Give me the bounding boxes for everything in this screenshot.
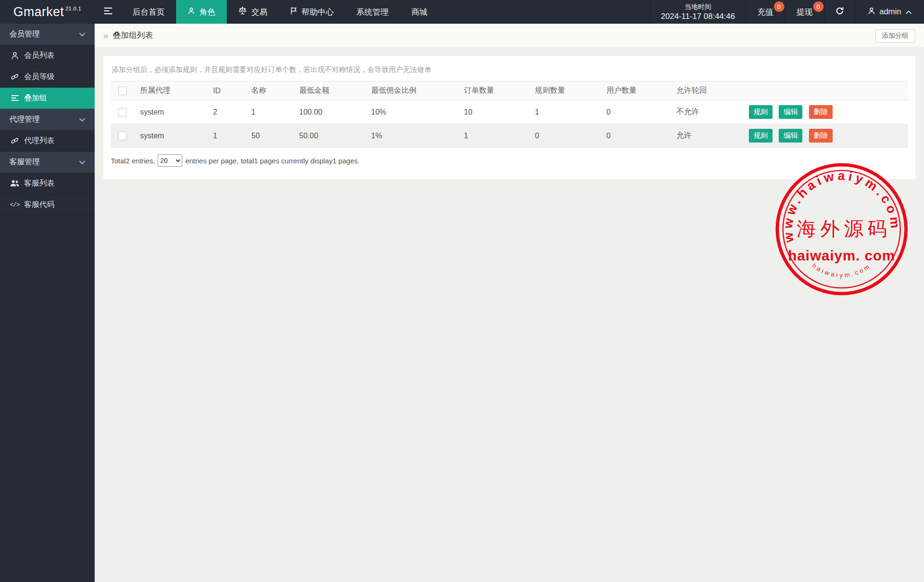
table-row: system 1 50 50.00 1% 1 0 0 允许 规则 编辑 删除 <box>111 124 908 148</box>
delete-button[interactable]: 删除 <box>809 129 833 143</box>
chevron-down-icon <box>79 30 85 38</box>
local-time: 当地时间 2024-11-17 08:44:46 <box>650 0 746 24</box>
flag-icon <box>290 7 297 17</box>
nav-item-dashboard[interactable]: 后台首页 <box>121 0 176 24</box>
person-icon <box>868 7 875 17</box>
pagination-summary: entries per page, total1 pages currently… <box>185 157 360 165</box>
sidebar-group-members[interactable]: 会员管理 <box>0 24 95 45</box>
edit-button[interactable]: 编辑 <box>779 129 802 143</box>
delete-button[interactable]: 删除 <box>809 105 833 119</box>
cell-id: 2 <box>206 100 245 124</box>
sidebar-item-agent-list[interactable]: 代理列表 <box>0 130 95 152</box>
recharge-button[interactable]: 充值 0 <box>746 0 785 24</box>
chevron-down-icon <box>79 115 85 124</box>
withdraw-button[interactable]: 提现 0 <box>785 0 824 24</box>
col-name: 名称 <box>245 81 293 100</box>
cell-min-commission: 1% <box>364 124 457 148</box>
link-icon <box>9 136 20 145</box>
person-icon <box>187 7 195 17</box>
col-min-commission: 最低佣金比例 <box>364 81 457 100</box>
row-checkbox[interactable] <box>118 108 127 116</box>
pagination: Total2 entries, 20 entries per page, tot… <box>111 154 908 167</box>
group-list-card: 添加分组后，必须添加规则，并且规则需要对应好订单个数，若出现不对称情况，会导致用… <box>103 56 915 179</box>
navbar-right: 当地时间 2024-11-17 08:44:46 充值 0 提现 0 admin <box>650 0 924 24</box>
add-group-button[interactable]: 添加分组 <box>875 29 915 43</box>
nav-item-system[interactable]: 系统管理 <box>345 0 400 24</box>
sidebar-group-agents[interactable]: 代理管理 <box>0 109 95 130</box>
main-nav: 后台首页 角色 交易 帮助中心 系统管理 商城 <box>121 0 439 24</box>
recharge-badge: 0 <box>774 1 784 12</box>
col-loop: 允许轮回 <box>670 81 742 100</box>
cell-agent: system <box>133 124 206 148</box>
cell-loop: 不允许 <box>670 100 742 124</box>
col-users: 用户数量 <box>600 81 670 100</box>
nav-item-trade[interactable]: 交易 <box>227 0 279 24</box>
withdraw-badge: 0 <box>813 1 824 12</box>
time-value: 2024-11-17 08:44:46 <box>661 11 735 21</box>
nav-item-mall[interactable]: 商城 <box>400 0 439 24</box>
cell-min-commission: 10% <box>364 100 457 124</box>
cell-name: 1 <box>245 100 293 124</box>
col-id: ID <box>206 81 245 100</box>
page-title: 叠加组列表 <box>113 30 153 41</box>
cell-users: 0 <box>600 100 670 124</box>
hamburger-icon <box>104 7 113 17</box>
time-label: 当地时间 <box>661 2 735 11</box>
edit-button[interactable]: 编辑 <box>779 105 802 119</box>
sidebar-item-member-level[interactable]: 会员等级 <box>0 66 95 88</box>
sidebar-group-support[interactable]: 客服管理 <box>0 152 95 173</box>
breadcrumb-caret-icon: » <box>103 31 108 40</box>
group-table: 所属代理 ID 名称 最低金额 最低佣金比例 订单数量 规则数量 用户数量 允许… <box>111 81 908 148</box>
cell-min-amount: 50.00 <box>293 124 364 148</box>
top-navbar: Gmarket 21.0.1 后台首页 角色 交易 帮助中心 <box>0 0 924 24</box>
select-all-checkbox[interactable] <box>118 87 127 95</box>
cell-name: 50 <box>245 124 293 148</box>
cell-rules: 1 <box>528 100 600 124</box>
app-version: 21.0.1 <box>65 6 81 11</box>
table-row: system 2 1 100.00 10% 10 1 0 不允许 规则 编辑 删… <box>111 100 908 124</box>
code-icon: </> <box>9 201 20 208</box>
cell-min-amount: 100.00 <box>293 100 364 124</box>
col-orders: 订单数量 <box>457 81 528 100</box>
refresh-icon <box>835 6 844 18</box>
chevron-down-icon <box>79 158 85 166</box>
app-name: Gmarket <box>13 5 64 19</box>
sidebar: 会员管理 会员列表 会员等级 叠加组 代理管理 代理列表 客服管理 <box>0 24 95 582</box>
page-size-select[interactable]: 20 <box>158 154 182 167</box>
cell-rules: 0 <box>528 124 600 148</box>
col-actions <box>742 81 908 100</box>
row-checkbox[interactable] <box>118 132 127 140</box>
cell-loop: 允许 <box>670 124 742 148</box>
table-header-row: 所属代理 ID 名称 最低金额 最低佣金比例 订单数量 规则数量 用户数量 允许… <box>111 81 908 100</box>
col-min-amount: 最低金额 <box>293 81 364 100</box>
breadcrumb-bar: » 叠加组列表 添加分组 <box>95 24 924 47</box>
sidebar-item-support-code[interactable]: </> 客服代码 <box>0 194 95 215</box>
sidebar-item-support-list[interactable]: 客服列表 <box>0 173 95 194</box>
rule-button[interactable]: 规则 <box>749 129 773 143</box>
rule-button[interactable]: 规则 <box>749 105 773 119</box>
chevron-up-icon <box>906 7 912 17</box>
hint-text: 添加分组后，必须添加规则，并且规则需要对应好订单个数，若出现不对称情况，会导致用… <box>111 65 908 74</box>
scales-icon <box>238 7 247 17</box>
username: admin <box>880 7 901 17</box>
app-logo: Gmarket 21.0.1 <box>0 0 95 24</box>
refresh-button[interactable] <box>824 0 855 24</box>
nav-item-help-center[interactable]: 帮助中心 <box>279 0 345 24</box>
main-content: 添加分组后，必须添加规则，并且规则需要对应好订单个数，若出现不对称情况，会导致用… <box>95 47 924 582</box>
cell-id: 1 <box>206 124 245 148</box>
nav-item-roles[interactable]: 角色 <box>176 0 227 24</box>
user-menu[interactable]: admin <box>855 0 924 24</box>
cell-orders: 10 <box>457 100 528 124</box>
person-icon <box>9 52 20 60</box>
cell-agent: system <box>133 100 206 124</box>
list-icon <box>9 95 20 101</box>
users-icon <box>9 179 20 187</box>
sidebar-item-stack-group[interactable]: 叠加组 <box>0 88 95 109</box>
pagination-total: Total2 entries, <box>111 157 155 165</box>
sidebar-toggle-button[interactable] <box>95 0 121 24</box>
link-icon <box>9 72 20 81</box>
sidebar-item-member-list[interactable]: 会员列表 <box>0 45 95 66</box>
cell-orders: 1 <box>457 124 528 148</box>
col-agent: 所属代理 <box>133 81 206 100</box>
cell-users: 0 <box>600 124 670 148</box>
